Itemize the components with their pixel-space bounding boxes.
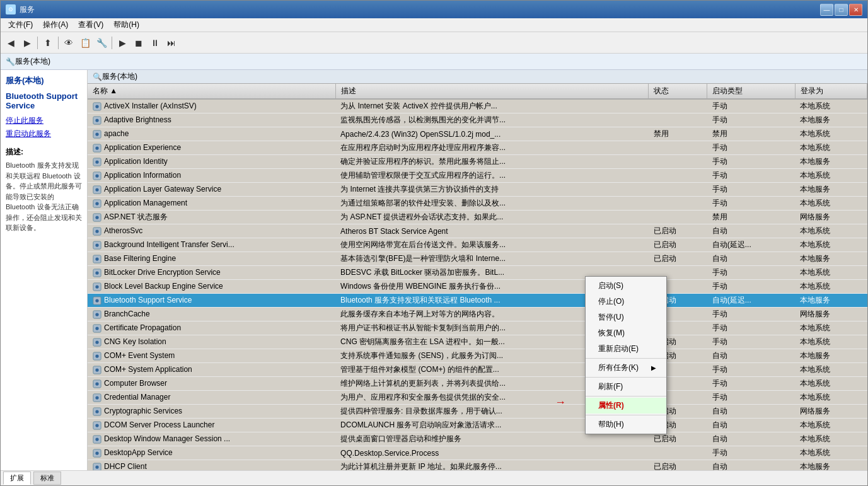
table-row[interactable]: COM+ Event System 支持系统事件通知服务 (SENS)，此服务为… xyxy=(88,349,867,363)
table-row[interactable]: Desktop Window Manager Session ... 提供桌面窗… xyxy=(88,432,867,446)
cell-login: 本地系统 xyxy=(795,321,867,335)
cell-name: BranchCache xyxy=(88,308,335,321)
table-row[interactable]: ActiveX Installer (AxInstSV) 为从 Internet… xyxy=(88,99,867,113)
tab-standard[interactable]: 标准 xyxy=(33,472,61,485)
col-startup[interactable]: 启动类型 xyxy=(707,84,795,99)
table-row[interactable]: BitLocker Drive Encryption Service BDESV… xyxy=(88,266,867,280)
cell-desc: QQ.Desktop.Service.Process xyxy=(335,446,649,460)
table-row[interactable]: DesktopApp Service QQ.Desktop.Service.Pr… xyxy=(88,446,867,460)
cell-login: 本地系统 xyxy=(795,377,867,391)
cell-startup: 手动 xyxy=(707,377,795,391)
cell-startup: 自动 xyxy=(707,349,795,363)
table-row[interactable]: DHCP Client 为此计算机注册并更新 IP 地址。如果此服务停... 已… xyxy=(88,460,867,471)
maximize-button[interactable]: □ xyxy=(835,4,848,16)
menu-view[interactable]: 查看(V) xyxy=(73,18,108,32)
service-icon xyxy=(93,255,101,263)
table-row[interactable]: Application Management 为通过组策略部署的软件处理安装、删… xyxy=(88,197,867,211)
restart-service-link[interactable]: 重启动此服务 xyxy=(6,129,82,139)
context-menu-item-f[interactable]: 刷新(F) xyxy=(586,379,666,395)
toolbar-separator-3 xyxy=(112,37,112,49)
table-row[interactable]: Application Layer Gateway Service 为 Inte… xyxy=(88,183,867,197)
cell-name: Credential Manager xyxy=(88,391,335,405)
cell-status xyxy=(649,183,707,197)
left-panel: 服务(本地) Bluetooth Support Service 停止此服务 重… xyxy=(1,70,88,470)
cell-name: Application Management xyxy=(88,197,335,211)
menu-help[interactable]: 帮助(H) xyxy=(108,18,144,32)
table-row[interactable]: Application Information 使用辅助管理权限便于交互式应用程… xyxy=(88,169,867,183)
cell-status xyxy=(649,446,707,460)
table-row[interactable]: DCOM Server Process Launcher DCOMLAUNCH … xyxy=(88,419,867,432)
service-icon xyxy=(93,463,101,470)
stop-button[interactable]: ◼ xyxy=(131,35,146,50)
menu-action[interactable]: 操作(A) xyxy=(38,18,73,32)
table-row[interactable]: AtherosSvc Atheros BT Stack Service Agen… xyxy=(88,224,867,238)
service-icon xyxy=(93,338,101,347)
table-row[interactable]: Credential Manager 为用户、应用程序和安全服务包提供凭据的安全… xyxy=(88,391,867,405)
context-menu-item-s[interactable]: 启动(S) xyxy=(586,278,666,294)
service-icon xyxy=(93,393,101,402)
table-row[interactable]: Application Experience 在应用程序启动时为应用程序处理应用… xyxy=(88,141,867,155)
services-table: 名称 ▲ 描述 状态 启动类型 登录为 ActiveX Installer (A… xyxy=(88,84,867,470)
close-button[interactable]: ✕ xyxy=(849,4,862,16)
cell-desc: 使用辅助管理权限便于交互式应用程序的运行。... xyxy=(335,169,649,183)
services-table-container[interactable]: 名称 ▲ 描述 状态 启动类型 登录为 ActiveX Installer (A… xyxy=(88,84,867,470)
table-row[interactable]: Application Identity 确定并验证应用程序的标识。禁用此服务将… xyxy=(88,155,867,169)
tab-expand[interactable]: 扩展 xyxy=(3,472,31,485)
table-row[interactable]: Block Level Backup Engine Service Window… xyxy=(88,280,867,294)
table-row[interactable]: Bluetooth Support Service Bluetooth 服务支持… xyxy=(88,294,867,308)
menu-file[interactable]: 文件(F) xyxy=(3,18,38,32)
cell-login: 本地服务 xyxy=(795,349,867,363)
table-row[interactable]: ASP.NET 状态服务 为 ASP.NET 提供进程外会话状态支持。如果此..… xyxy=(88,211,867,224)
cell-login: 本地系统 xyxy=(795,432,867,446)
cell-login: 本地系统 xyxy=(795,197,867,211)
cell-startup: 手动 xyxy=(707,321,795,335)
col-status[interactable]: 状态 xyxy=(649,84,707,99)
service-icon xyxy=(93,296,101,305)
title-bar: ⚙ 服务 — □ ✕ xyxy=(1,1,867,18)
table-row[interactable]: BranchCache 此服务缓存来自本地子网上对等方的网络内容。 手动 网络服… xyxy=(88,308,867,321)
context-menu-item-label: 刷新(F) xyxy=(598,381,623,392)
table-row[interactable]: apache Apache/2.4.23 (Win32) OpenSSL/1.0… xyxy=(88,127,867,141)
table-row[interactable]: COM+ System Application 管理基于组件对象模型 (COM+… xyxy=(88,363,867,377)
back-button[interactable]: ◀ xyxy=(3,35,18,50)
properties-button[interactable]: 🔧 xyxy=(94,35,109,50)
col-desc[interactable]: 描述 xyxy=(335,84,649,99)
cell-startup: 手动 xyxy=(707,335,795,349)
table-row[interactable]: CNG Key Isolation CNG 密钥隔离服务宿主在 LSA 进程中。… xyxy=(88,335,867,349)
cell-desc: 监视氛围光传感器，以检测氛围光的变化并调节... xyxy=(335,113,649,127)
context-menu-item-m[interactable]: 恢复(M) xyxy=(586,325,666,341)
show-hide-button[interactable]: 👁 xyxy=(61,35,76,50)
minimize-button[interactable]: — xyxy=(820,4,833,16)
table-row[interactable]: Background Intelligent Transfer Servi...… xyxy=(88,238,867,252)
table-row[interactable]: Adaptive Brightness 监视氛围光传感器，以检测氛围光的变化并调… xyxy=(88,113,867,127)
service-icon xyxy=(93,352,101,361)
context-menu-item-label: 停止(O) xyxy=(598,296,624,307)
export-button[interactable]: 📋 xyxy=(78,35,93,50)
stop-service-link[interactable]: 停止此服务 xyxy=(6,115,82,126)
pause-button[interactable]: ⏸ xyxy=(148,35,163,50)
service-icon xyxy=(93,213,101,222)
col-name[interactable]: 名称 ▲ xyxy=(88,84,335,99)
cell-login: 本地系统 xyxy=(795,391,867,405)
cell-name: ActiveX Installer (AxInstSV) xyxy=(88,99,335,113)
table-row[interactable]: Cryptographic Services 提供四种管理服务: 目录数据库服务… xyxy=(88,405,867,419)
play-button[interactable]: ▶ xyxy=(115,35,130,50)
table-row[interactable]: Computer Browser 维护网络上计算机的更新列表，并将列表提供给..… xyxy=(88,377,867,391)
context-menu-item-r[interactable]: 属性(R) xyxy=(586,398,666,414)
cell-status: 已启动 xyxy=(649,460,707,471)
context-menu-item-o[interactable]: 停止(O) xyxy=(586,294,666,310)
context-menu-item-u[interactable]: 暂停(U) xyxy=(586,310,666,325)
context-menu-item-e[interactable]: 重新启动(E) xyxy=(586,341,666,357)
cell-login: 本地系统 xyxy=(795,127,867,141)
service-icon xyxy=(93,421,101,430)
col-login[interactable]: 登录为 xyxy=(795,84,867,99)
context-menu-item-k[interactable]: 所有任务(K)▶ xyxy=(586,360,666,376)
table-row[interactable]: Base Filtering Engine 基本筛选引擎(BFE)是一种管理防火… xyxy=(88,252,867,266)
context-menu-item-h[interactable]: 帮助(H) xyxy=(586,417,666,432)
cell-name: AtherosSvc xyxy=(88,224,335,238)
forward-button[interactable]: ▶ xyxy=(20,35,35,50)
table-row[interactable]: Certificate Propagation 将用户证书和根证书从智能卡复制到… xyxy=(88,321,867,335)
restart-button[interactable]: ⏭ xyxy=(164,35,179,50)
cell-login: 本地服务 xyxy=(795,183,867,197)
up-button[interactable]: ⬆ xyxy=(40,35,55,50)
